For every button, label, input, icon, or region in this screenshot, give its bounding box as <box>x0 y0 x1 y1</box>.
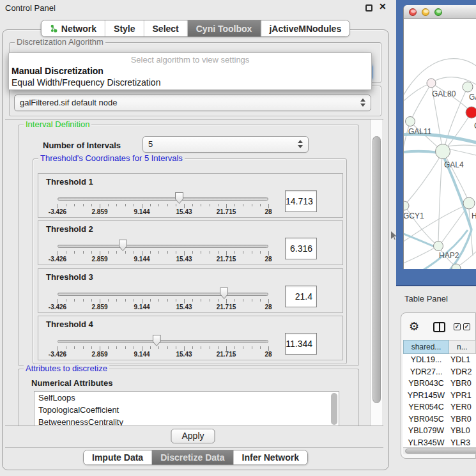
network-node-c[interactable] <box>466 107 476 118</box>
tab-network-label: Network <box>61 24 96 34</box>
slider-tick <box>108 251 109 254</box>
slider-thumb[interactable] <box>119 240 127 251</box>
network-node-gal80[interactable] <box>427 79 436 88</box>
zoom-traffic-light[interactable] <box>434 8 442 16</box>
network-edge[interactable] <box>404 248 434 267</box>
network-edge[interactable] <box>406 155 441 203</box>
slider-tick <box>192 346 193 349</box>
table-row[interactable]: YLR345WYLR3 <box>403 438 476 448</box>
network-node-h[interactable] <box>463 197 475 209</box>
network-node-ga[interactable] <box>463 82 473 92</box>
tab-jactivemnodules[interactable]: jActiveMNodules <box>261 20 349 36</box>
table-row[interactable]: YER054CYER0 <box>403 403 476 414</box>
network-window-titlebar[interactable] <box>404 5 476 19</box>
list-item[interactable]: BetweennessCentrality <box>35 416 339 426</box>
number-of-intervals-combobox[interactable]: 5 <box>142 136 309 153</box>
table-row[interactable]: YDR27...YDR2 <box>403 367 476 379</box>
close-icon[interactable]: ✕ <box>379 1 387 12</box>
network-edge[interactable] <box>441 207 467 243</box>
tab-impute-data[interactable]: Impute Data <box>84 450 152 464</box>
slider-thumb-face <box>176 193 183 203</box>
horizontal-scrollbar-track[interactable] <box>403 447 476 454</box>
threshold-label: Threshold 4 <box>46 319 93 329</box>
column-header-shared-name[interactable]: shared... <box>403 340 449 354</box>
table-row[interactable]: YDL19...YDL1 <box>403 355 476 367</box>
table-data-selected-value: galFiltered.sif default node <box>20 98 117 107</box>
algorithm-dropdown-popup: Select algorithm to view settings Manual… <box>8 52 372 90</box>
slider-tick <box>150 204 151 206</box>
table-row[interactable]: YBR045CYBR0 <box>403 415 476 426</box>
network-edge-highlighted[interactable] <box>404 151 439 153</box>
slider-track[interactable] <box>58 197 268 201</box>
slider-tick-label: 9.144 <box>134 303 150 311</box>
slider-tick <box>142 299 142 303</box>
threshold-label: Threshold 2 <box>46 224 93 234</box>
slider-tick <box>134 251 134 254</box>
network-edge[interactable] <box>447 112 472 148</box>
numerical-attributes-list[interactable]: SelfLoopsTopologicalCoefficientBetweenne… <box>34 391 339 426</box>
tab-select[interactable]: Select <box>144 20 188 36</box>
interval-definition-group: Interval Definition Number of Intervals … <box>18 125 359 366</box>
slider-tick-label: 2.859 <box>91 256 107 263</box>
slider-tick <box>176 346 176 349</box>
checkbox-icon[interactable]: ✓ <box>454 323 461 330</box>
list-item[interactable]: SelfLoops <box>35 392 339 404</box>
network-edge[interactable] <box>404 83 431 105</box>
horizontal-scrollbar-thumb[interactable] <box>405 449 476 454</box>
settings-gear-icon[interactable]: ⚙ <box>409 319 419 334</box>
network-canvas[interactable]: GAL80GACGAL11GAL4GCY1HHAP2 <box>404 19 476 269</box>
dropdown-option-manual[interactable]: Manual Discretization <box>9 65 371 77</box>
scrollbar-track[interactable] <box>370 119 382 426</box>
split-view-icon[interactable] <box>433 322 445 332</box>
slider-tick <box>142 346 142 351</box>
tab-discretize-data[interactable]: Discretize Data <box>152 450 233 464</box>
table-row[interactable]: YPR145WYPR1 <box>403 391 476 403</box>
apply-button[interactable]: Apply <box>171 429 215 443</box>
slider-tick <box>201 251 201 254</box>
table-row[interactable]: YBL079WYBL0 <box>403 426 476 438</box>
threshold-value-field[interactable]: 11.344 <box>285 333 317 355</box>
tab-style[interactable]: Style <box>105 20 144 36</box>
dropdown-option-equal-width[interactable]: Equal Width/Frequency Discretization <box>9 77 371 88</box>
threshold-value-field[interactable]: 6.316 <box>285 238 317 259</box>
table-row[interactable]: YBR043CYBR0 <box>403 379 476 390</box>
close-traffic-light[interactable] <box>409 8 417 16</box>
minimize-traffic-light[interactable] <box>422 8 429 16</box>
cell-name: YLR3 <box>450 438 476 447</box>
network-node-gal11[interactable] <box>406 117 415 127</box>
tab-network[interactable]: Network <box>42 20 105 36</box>
network-node-gal4[interactable] <box>436 144 450 159</box>
network-edge-highlighted[interactable] <box>404 230 436 247</box>
scrollbar-thumb[interactable] <box>372 136 381 403</box>
list-scrollbar-thumb[interactable] <box>331 393 337 425</box>
threshold-value-field[interactable]: 14.713 <box>285 190 317 212</box>
tab-cyni-toolbox[interactable]: Cyni Toolbox <box>188 20 261 36</box>
list-item[interactable]: TopologicalCoefficient <box>35 404 339 416</box>
column-header-name[interactable]: n... <box>449 340 476 354</box>
network-edge[interactable] <box>411 83 431 121</box>
table-rows: YDL19...YDL1YDR27...YDR2YBR043CYBR0YPR14… <box>403 354 476 447</box>
cell-name: YBR0 <box>450 379 476 388</box>
network-edge[interactable] <box>438 156 442 242</box>
slider-thumb[interactable] <box>153 335 161 346</box>
slider-tick <box>58 251 58 256</box>
slider-track[interactable] <box>58 340 268 343</box>
slider-thumb[interactable] <box>220 288 228 299</box>
slider-tick-label: 28 <box>265 256 272 263</box>
slider-thumb[interactable] <box>175 192 183 204</box>
network-node-gcy1[interactable] <box>404 201 409 210</box>
network-edge[interactable] <box>447 149 476 157</box>
tab-infer-network[interactable]: Infer Network <box>234 450 307 464</box>
network-node-hap2[interactable] <box>434 242 443 251</box>
slider-tick-label: 2.859 <box>91 351 107 358</box>
float-window-icon[interactable] <box>365 4 372 12</box>
slider-track[interactable] <box>58 293 268 296</box>
slider-track[interactable] <box>58 245 268 248</box>
table-data-combobox[interactable]: galFiltered.sif default node <box>14 95 371 111</box>
threshold-panel: Threshold 3-3.4262.8599.14415.4321.71528… <box>38 268 343 313</box>
slider-tick <box>184 251 185 256</box>
slider-tick <box>226 346 227 351</box>
threshold-value-field[interactable]: 21.4 <box>285 286 317 307</box>
checkbox-icon[interactable]: ✓ <box>463 323 470 330</box>
slider-tick <box>234 299 235 302</box>
